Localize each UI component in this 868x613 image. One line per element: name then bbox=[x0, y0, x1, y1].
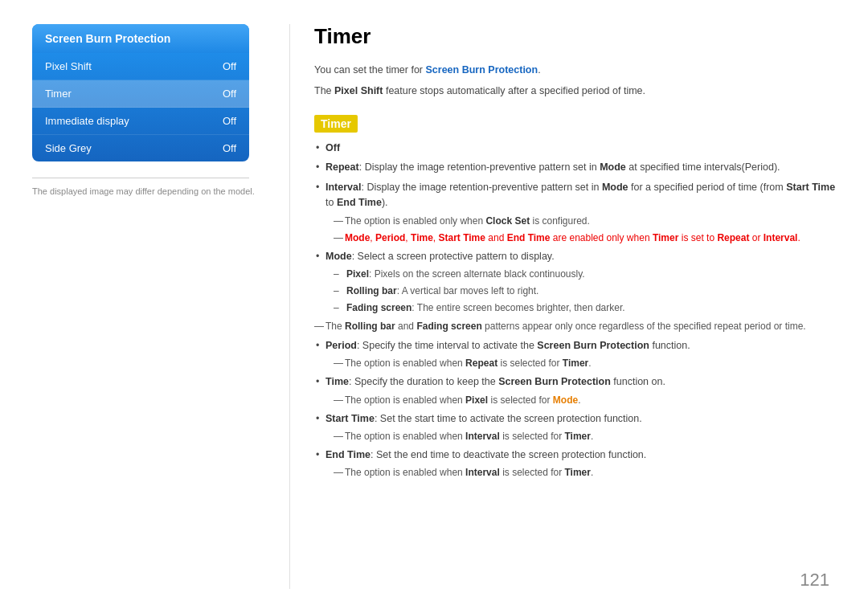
subnote-clock-set: The option is enabled only when Clock Se… bbox=[334, 214, 836, 228]
intro-text-2: The Pixel Shift feature stops automatica… bbox=[314, 83, 836, 99]
side-grey-value: Off bbox=[223, 142, 236, 154]
left-panel: Screen Burn Protection Pixel Shift Off T… bbox=[32, 24, 289, 589]
left-divider bbox=[32, 178, 249, 178]
list-item-period: Period: Specify the time interval to act… bbox=[314, 338, 836, 370]
content-list-main: Off Repeat: Display the image retention-… bbox=[314, 141, 836, 315]
section-header-timer: Timer bbox=[314, 115, 358, 133]
subnote-pixel: Pixel: Pixels on the screen alternate bl… bbox=[334, 267, 836, 281]
menu-item-pixel-shift[interactable]: Pixel Shift Off bbox=[32, 53, 249, 80]
list-item-mode: Mode: Select a screen protective pattern… bbox=[314, 249, 836, 315]
immediate-display-value: Off bbox=[223, 115, 236, 127]
list-item-start-time: Start Time: Set the start time to activa… bbox=[314, 411, 836, 443]
subnote-mode-period: Mode, Period, Time, Start Time and End T… bbox=[334, 231, 836, 245]
list-item-interval: Interval: Display the image retention-pr… bbox=[314, 180, 836, 245]
timer-value: Off bbox=[223, 88, 236, 100]
menu-item-side-grey[interactable]: Side Grey Off bbox=[32, 135, 249, 161]
list-item-off: Off bbox=[314, 141, 836, 156]
subnote-repeat: The option is enabled when Repeat is sel… bbox=[334, 356, 836, 370]
pixel-shift-label: Pixel Shift bbox=[45, 60, 92, 72]
subnote-fading-screen: Fading screen: The entire screen becomes… bbox=[334, 300, 836, 315]
page-number: 121 bbox=[800, 570, 829, 591]
menu-title: Screen Burn Protection bbox=[32, 24, 249, 53]
page-title: Timer bbox=[314, 24, 836, 49]
menu-item-immediate-display[interactable]: Immediate display Off bbox=[32, 108, 249, 135]
menu-box: Screen Burn Protection Pixel Shift Off T… bbox=[32, 24, 249, 161]
left-note: The displayed image may differ depending… bbox=[32, 186, 265, 196]
content-list-period: Period: Specify the time interval to act… bbox=[314, 338, 836, 480]
intro-text-1: You can set the timer for Screen Burn Pr… bbox=[314, 62, 836, 78]
subnote-interval-end: The option is enabled when Interval is s… bbox=[334, 465, 836, 480]
list-item-time: Time: Specify the duration to keep the S… bbox=[314, 374, 836, 407]
rolling-bar-note: The Rolling bar and Fading screen patter… bbox=[314, 319, 836, 333]
list-item-repeat: Repeat: Display the image retention-prev… bbox=[314, 160, 836, 175]
side-grey-label: Side Grey bbox=[45, 142, 92, 154]
subnote-interval-start: The option is enabled when Interval is s… bbox=[334, 429, 836, 443]
menu-item-timer[interactable]: Timer Off bbox=[32, 80, 249, 108]
immediate-display-label: Immediate display bbox=[45, 115, 129, 127]
timer-label: Timer bbox=[45, 88, 72, 100]
list-item-end-time: End Time: Set the end time to deactivate… bbox=[314, 447, 836, 480]
subnote-rolling-bar: Rolling bar: A vertical bar moves left t… bbox=[334, 284, 836, 298]
pixel-shift-value: Off bbox=[223, 60, 236, 72]
right-panel: Timer You can set the timer for Screen B… bbox=[289, 24, 836, 589]
subnote-pixel-mode: The option is enabled when Pixel is sele… bbox=[334, 393, 836, 407]
